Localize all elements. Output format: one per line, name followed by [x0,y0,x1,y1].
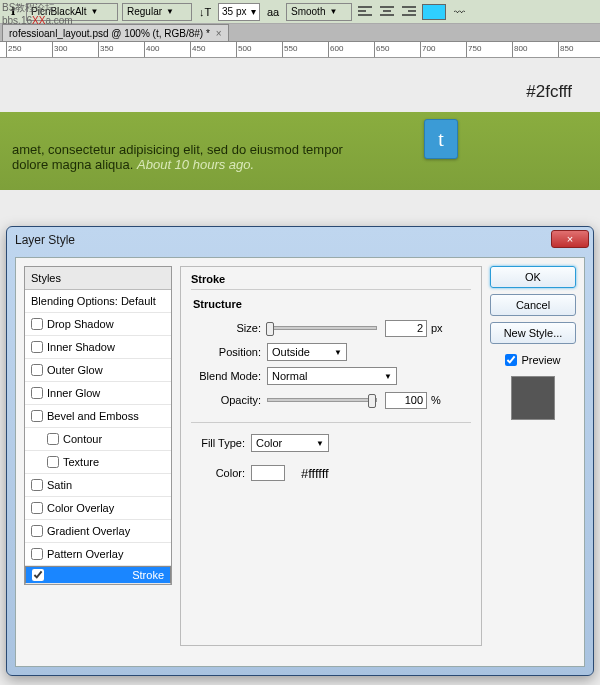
align-right-button[interactable] [400,3,418,21]
style-label: Inner Glow [47,387,100,399]
font-size-input[interactable]: 35 px▾ [218,3,260,21]
style-row-satin[interactable]: Satin [25,474,171,497]
style-label: Drop Shadow [47,318,114,330]
opacity-slider[interactable] [267,398,377,402]
filltype-label: Fill Type: [191,437,251,449]
style-row-gradient-overlay[interactable]: Gradient Overlay [25,520,171,543]
style-label: Color Overlay [47,502,114,514]
dialog-title: Layer Style [7,227,593,253]
style-label: Texture [63,456,99,468]
style-label: Inner Shadow [47,341,115,353]
style-checkbox[interactable] [31,410,43,422]
blendmode-select[interactable]: Normal▼ [267,367,397,385]
styles-header[interactable]: Styles [25,267,171,290]
preview-swatch [511,376,555,420]
antialias-select[interactable]: Smooth▼ [286,3,352,21]
style-row-pattern-overlay[interactable]: Pattern Overlay [25,543,171,566]
size-input[interactable]: 2 [385,320,427,337]
size-slider[interactable] [267,326,377,330]
size-suffix: px [431,322,443,334]
style-checkbox[interactable] [47,456,59,468]
type-size-icon: ↓T [196,6,214,18]
opacity-label: Opacity: [191,394,267,406]
opacity-input[interactable]: 100 [385,392,427,409]
preview-checkbox[interactable] [505,354,517,366]
preview-label: Preview [521,354,560,366]
style-label: Bevel and Emboss [47,410,139,422]
opacity-suffix: % [431,394,441,406]
style-row-inner-glow[interactable]: Inner Glow [25,382,171,405]
cancel-button[interactable]: Cancel [490,294,576,316]
style-label: Satin [47,479,72,491]
blendmode-label: Blend Mode: [191,370,267,382]
document-tabs: rofessioanl_layout.psd @ 100% (t, RGB/8#… [0,24,600,42]
style-checkbox[interactable] [47,433,59,445]
stroke-panel: Stroke Structure Size: 2 px Position: Ou… [180,266,482,646]
blending-options-row[interactable]: Blending Options: Default [25,290,171,313]
canvas-banner: t amet, consectetur adipisicing elit, se… [0,112,600,190]
structure-label: Structure [193,298,471,310]
style-checkbox[interactable] [31,364,43,376]
filltype-select[interactable]: Color▼ [251,434,329,452]
style-checkbox[interactable] [31,502,43,514]
style-row-outer-glow[interactable]: Outer Glow [25,359,171,382]
style-checkbox[interactable] [32,569,44,581]
align-left-button[interactable] [356,3,374,21]
style-label: Gradient Overlay [47,525,130,537]
panel-title: Stroke [191,273,471,285]
style-label: Contour [63,433,102,445]
style-checkbox[interactable] [31,479,43,491]
twitter-icon: t [424,119,458,159]
style-label: Pattern Overlay [47,548,123,560]
styles-list: Styles Blending Options: Default Drop Sh… [24,266,172,585]
size-label: Size: [191,322,267,334]
style-label: Stroke [132,569,164,581]
style-checkbox[interactable] [31,341,43,353]
style-row-texture[interactable]: Texture [25,451,171,474]
style-row-inner-shadow[interactable]: Inner Shadow [25,336,171,359]
style-checkbox[interactable] [31,318,43,330]
warp-text-icon[interactable]: 〰 [450,6,468,18]
font-weight-select[interactable]: Regular▼ [122,3,192,21]
annotation-fill-hex: #ffffff [301,466,329,481]
stroke-color-swatch[interactable] [251,465,285,481]
align-center-button[interactable] [378,3,396,21]
document-tab[interactable]: rofessioanl_layout.psd @ 100% (t, RGB/8#… [2,24,229,41]
dialog-actions: OK Cancel New Style... Preview [490,266,576,420]
style-row-color-overlay[interactable]: Color Overlay [25,497,171,520]
position-label: Position: [191,346,267,358]
layer-style-dialog: Layer Style × Styles Blending Options: D… [6,226,594,676]
style-row-stroke[interactable]: Stroke [25,566,171,584]
style-row-drop-shadow[interactable]: Drop Shadow [25,313,171,336]
style-row-bevel-and-emboss[interactable]: Bevel and Emboss [25,405,171,428]
horizontal-ruler: 250300350400450500550600650700750800850 [0,42,600,58]
options-bar: ℹ PicnBlackAlt▼ Regular▼ ↓T 35 px▾ aa Sm… [0,0,600,24]
style-checkbox[interactable] [31,525,43,537]
close-button[interactable]: × [551,230,589,248]
antialias-label: aa [264,6,282,18]
annotation-hex: #2fcfff [526,82,572,102]
text-color-swatch[interactable] [422,4,446,20]
style-label: Outer Glow [47,364,103,376]
position-select[interactable]: Outside▼ [267,343,347,361]
style-checkbox[interactable] [31,548,43,560]
ok-button[interactable]: OK [490,266,576,288]
style-row-contour[interactable]: Contour [25,428,171,451]
close-tab-icon[interactable]: × [216,28,222,39]
style-checkbox[interactable] [31,387,43,399]
color-label: Color: [191,467,251,479]
new-style-button[interactable]: New Style... [490,322,576,344]
watermark-text: BS教程论坛 bbs.16XXa.com [2,1,73,26]
